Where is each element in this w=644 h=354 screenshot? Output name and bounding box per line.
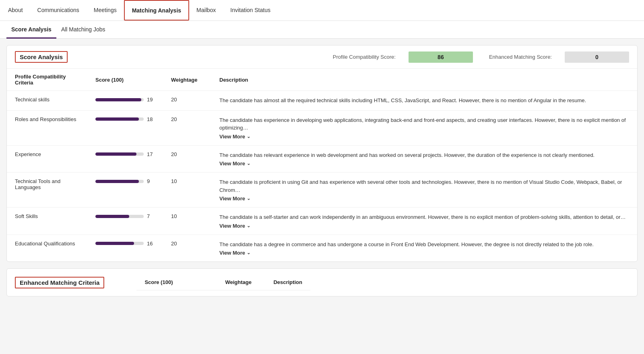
score-number: 16 <box>147 241 155 247</box>
nav-label-mailbox: Mailbox <box>196 7 216 13</box>
score-progress: 18 <box>95 116 155 122</box>
description-cell: The candidate has almost all the require… <box>211 91 637 111</box>
criteria-cell: Educational Qualifications <box>7 235 87 261</box>
criteria-table: Profile Compatibility Criteria Score (10… <box>7 69 637 261</box>
progress-track <box>95 215 144 218</box>
table-row: Technical Tools and Languages 9 10The ca… <box>7 173 637 208</box>
description-cell: The candidate has a degree in commerce a… <box>211 235 637 261</box>
score-number: 19 <box>147 97 155 103</box>
score-number: 7 <box>147 213 155 219</box>
nav-item-communications[interactable]: Communications <box>30 0 87 21</box>
enhanced-matching-title: Enhanced Matching Criteria <box>15 277 104 288</box>
criteria-cell: Technical Tools and Languages <box>7 173 87 208</box>
progress-fill <box>95 215 129 218</box>
score-number: 9 <box>147 178 155 184</box>
chevron-down-icon: ⌄ <box>247 223 250 228</box>
profile-compatibility-score-bar: 86 <box>409 51 473 63</box>
table-row: Educational Qualifications 16 20The cand… <box>7 235 637 261</box>
score-progress: 19 <box>95 97 155 103</box>
th-description: Description <box>211 69 637 91</box>
subtab-label-score-analysis: Score Analysis <box>11 26 52 33</box>
criteria-table-body: Technical skills 19 20The candidate has … <box>7 91 637 262</box>
progress-track <box>95 152 144 156</box>
enhanced-matching-card: Enhanced Matching Criteria Score (100) W… <box>6 268 638 296</box>
enhanced-matching-header: Enhanced Matching Criteria Score (100) W… <box>7 269 637 296</box>
score-cell: 18 <box>87 110 163 145</box>
view-more-button[interactable]: View More ⌄ <box>219 161 250 167</box>
score-analysis-header: Score Analysis Profile Compatibility Sco… <box>7 45 637 69</box>
chevron-down-icon: ⌄ <box>247 161 250 166</box>
weightage-cell: 10 <box>163 208 211 235</box>
progress-track <box>95 98 144 101</box>
weightage-cell: 10 <box>163 173 211 208</box>
table-row: Soft Skills 7 10The candidate is a self-… <box>7 208 637 235</box>
th-score: Score (100) <box>87 69 163 91</box>
sub-tabs: Score Analysis All Matching Jobs <box>0 21 644 39</box>
score-progress: 7 <box>95 213 155 219</box>
weightage-cell: 20 <box>163 110 211 145</box>
enhanced-matching-label: Enhanced Matching Score: <box>489 54 552 60</box>
score-summary: Profile Compatibility Score: 86 Enhanced… <box>333 51 629 63</box>
view-more-button[interactable]: View More ⌄ <box>219 196 250 202</box>
enhanced-th-weightage: Weightage <box>217 274 265 290</box>
progress-fill <box>95 98 141 101</box>
score-cell: 17 <box>87 145 163 173</box>
criteria-cell: Soft Skills <box>7 208 87 235</box>
view-more-button[interactable]: View More ⌄ <box>219 223 250 229</box>
table-row: Experience 17 20The candidate has releva… <box>7 145 637 173</box>
chevron-down-icon: ⌄ <box>247 134 250 139</box>
table-row: Technical skills 19 20The candidate has … <box>7 91 637 111</box>
nav-item-invitation-status[interactable]: Invitation Status <box>223 0 278 21</box>
criteria-cell: Experience <box>7 145 87 173</box>
nav-label-about: About <box>8 7 23 13</box>
description-cell: The candidate has relevant experience in… <box>211 145 637 173</box>
nav-item-about[interactable]: About <box>6 0 30 21</box>
score-progress: 16 <box>95 241 155 247</box>
score-progress: 17 <box>95 151 155 157</box>
score-number: 17 <box>147 151 155 157</box>
score-analysis-card: Score Analysis Profile Compatibility Sco… <box>6 45 638 262</box>
score-progress: 9 <box>95 178 155 184</box>
description-text: The candidate is a self-starter and can … <box>219 214 625 220</box>
table-row: Roles and Responsibilities 18 20The cand… <box>7 110 637 145</box>
view-more-button[interactable]: View More ⌄ <box>219 250 250 256</box>
nav-item-meetings[interactable]: Meetings <box>87 0 124 21</box>
progress-fill <box>95 117 139 121</box>
th-criteria: Profile Compatibility Criteria <box>7 69 87 91</box>
nav-label-matching-analysis: Matching Analysis <box>132 7 181 14</box>
view-more-button[interactable]: View More ⌄ <box>219 134 250 140</box>
nav-label-communications: Communications <box>37 7 79 13</box>
enhanced-th-score: Score (100) <box>136 274 217 290</box>
description-text: The candidate has experience in developi… <box>219 117 626 131</box>
profile-compatibility-label: Profile Compatibility Score: <box>333 54 396 60</box>
description-text: The candidate is proficient in using Git… <box>219 179 622 193</box>
profile-score-value: 86 <box>438 54 444 60</box>
nav-label-invitation-status: Invitation Status <box>230 7 270 13</box>
main-content: Score Analysis Profile Compatibility Sco… <box>0 39 644 354</box>
score-analysis-title: Score Analysis <box>15 51 68 63</box>
progress-track <box>95 180 144 183</box>
enhanced-table-header-row: Score (100) Weightage Description <box>136 274 310 290</box>
criteria-cell: Roles and Responsibilities <box>7 110 87 145</box>
criteria-cell: Technical skills <box>7 91 87 111</box>
progress-fill <box>95 152 136 156</box>
score-cell: 7 <box>87 208 163 235</box>
nav-item-matching-analysis[interactable]: Matching Analysis <box>124 0 189 21</box>
chevron-down-icon: ⌄ <box>247 196 250 201</box>
progress-track <box>95 117 144 121</box>
nav-label-meetings: Meetings <box>94 7 117 13</box>
description-text: The candidate has a degree in commerce a… <box>219 241 594 247</box>
enhanced-matching-score-bar: 0 <box>565 51 629 63</box>
enhanced-score-value: 0 <box>595 54 599 60</box>
weightage-cell: 20 <box>163 235 211 261</box>
progress-fill <box>95 242 134 245</box>
description-cell: The candidate is a self-starter and can … <box>211 208 637 235</box>
description-text: The candidate has almost all the require… <box>219 97 586 103</box>
subtab-all-matching-jobs[interactable]: All Matching Jobs <box>56 21 110 39</box>
score-cell: 9 <box>87 173 163 208</box>
subtab-score-analysis[interactable]: Score Analysis <box>6 21 56 39</box>
progress-fill <box>95 180 139 183</box>
description-cell: The candidate has experience in developi… <box>211 110 637 145</box>
nav-item-mailbox[interactable]: Mailbox <box>189 0 223 21</box>
score-cell: 19 <box>87 91 163 111</box>
